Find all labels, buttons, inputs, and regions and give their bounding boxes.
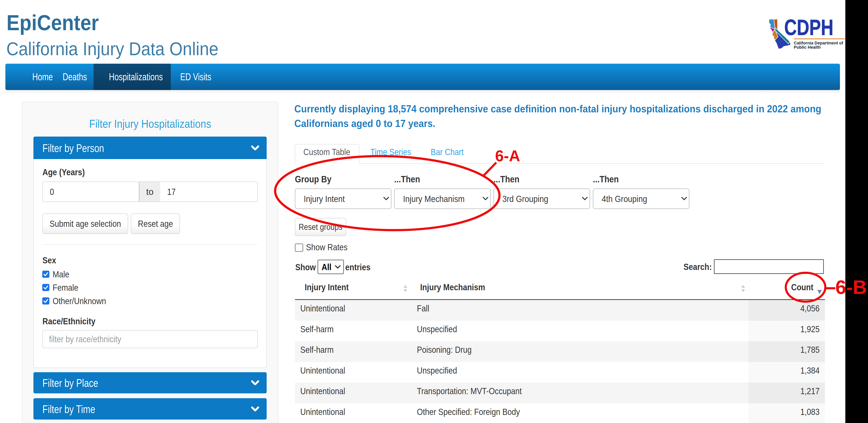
svg-text:Public Health: Public Health [794, 45, 820, 50]
svg-text:CDPH: CDPH [784, 18, 833, 39]
